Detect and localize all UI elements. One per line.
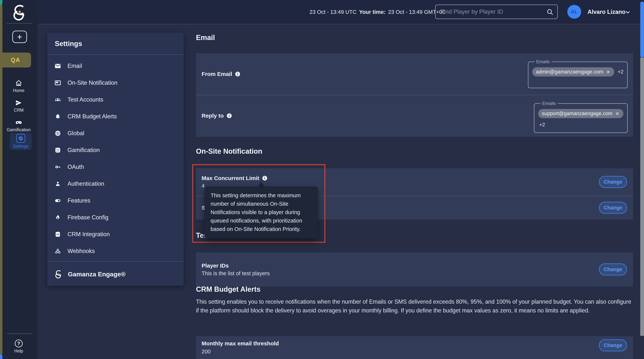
rail-item-label: Home xyxy=(13,88,24,93)
gamification-icon xyxy=(55,147,61,153)
from-email-row: From Email Emails admin@gamanzaengage.co… xyxy=(196,53,633,95)
nav-item-gamification[interactable]: Gamification xyxy=(47,142,184,158)
send-icon xyxy=(15,99,22,106)
global-icon xyxy=(55,130,61,136)
monthly-max-email-row: Monthly max email threshold 200 Change xyxy=(196,336,633,359)
info-icon[interactable] xyxy=(227,113,232,118)
rail-divider xyxy=(7,334,32,334)
email-chip[interactable]: admin@gamanzaengage.com xyxy=(532,67,614,76)
player-ids-row: Player IDs This is the list of test play… xyxy=(196,252,633,287)
player-search xyxy=(435,4,558,19)
env-accent-blue xyxy=(0,354,2,359)
remove-email-icon[interactable] xyxy=(615,111,620,116)
add-button[interactable]: + xyxy=(12,31,27,43)
brand-footer: Gamanza Engage® xyxy=(47,266,184,283)
fieldset-legend: Emails xyxy=(540,101,558,106)
avatar-initials: AL xyxy=(571,9,578,15)
nav-item-test-accounts[interactable]: Test Accounts xyxy=(47,91,184,108)
app-rail: + QA Home CRM Gamification Settings ? xyxy=(0,0,38,359)
chevron-down-icon[interactable] xyxy=(624,9,631,15)
nav-item-crm-budget-alerts[interactable]: CRM Budget Alerts xyxy=(47,108,184,125)
player-search-input[interactable] xyxy=(436,5,557,18)
setting-label: From Email xyxy=(202,71,232,77)
crm-budget-description: This setting enables you to receive noti… xyxy=(196,297,634,315)
firebase-config-icon xyxy=(55,214,61,220)
avatar[interactable]: AL xyxy=(567,5,581,19)
info-icon[interactable] xyxy=(235,72,240,77)
nav-item-webhooks[interactable]: Webhooks xyxy=(47,243,184,260)
more-emails-count[interactable]: +2 xyxy=(618,69,624,75)
nav-item-onsite-notification[interactable]: On-Site Notification xyxy=(47,74,184,91)
your-time-label: Your time: xyxy=(359,9,386,15)
test-accounts-card: Player IDs This is the list of test play… xyxy=(196,252,633,287)
setting-label: Reply to xyxy=(202,112,224,119)
home-icon xyxy=(15,80,22,87)
rail-item-gamification[interactable]: Gamification xyxy=(0,119,38,132)
gamanza-logo-icon xyxy=(54,269,64,279)
more-emails-count[interactable]: +2 xyxy=(539,122,624,128)
change-button[interactable]: Change xyxy=(599,176,627,188)
max-concurrent-limit-tooltip: This setting determines the maximum numb… xyxy=(204,186,318,238)
email-settings-card: From Email Emails admin@gamanzaengage.co… xyxy=(196,53,633,137)
user-name[interactable]: Alvaro Lizano xyxy=(588,0,626,24)
onsite-notification-icon xyxy=(55,80,61,86)
rail-item-settings[interactable]: Settings xyxy=(10,133,32,150)
nav-item-email[interactable]: Email xyxy=(47,58,184,74)
panel-divider xyxy=(47,54,184,55)
rail-item-home[interactable]: Home xyxy=(0,80,38,93)
settings-nav-list: Email On-Site Notification Test Accounts… xyxy=(47,58,184,260)
settings-page: 23 Oct - 13:49 UTC Your time: 23 Oct - 1… xyxy=(0,0,644,359)
change-button[interactable]: Change xyxy=(599,202,627,214)
setting-label: Player IDs xyxy=(202,262,633,269)
fieldset-legend: Emails xyxy=(534,59,552,64)
rail-item-label: CRM xyxy=(14,108,24,113)
scrollbar-thumb[interactable] xyxy=(640,2,644,58)
env-accent-teal xyxy=(0,0,2,5)
settings-nav-panel: Settings Email On-Site Notification Test… xyxy=(47,33,184,286)
nav-item-firebase-config[interactable]: Firebase Config xyxy=(47,209,184,226)
setting-label: Monthly max email threshold xyxy=(202,340,633,347)
nav-item-features[interactable]: Features xyxy=(47,192,184,209)
oauth-icon xyxy=(55,164,61,170)
nav-item-oauth[interactable]: OAuth xyxy=(47,158,184,176)
setting-value: 200 xyxy=(202,348,633,355)
brand-name: Gamanza Engage® xyxy=(68,270,126,278)
rail-item-crm[interactable]: CRM xyxy=(0,99,38,113)
nav-item-authentication[interactable]: Authentication xyxy=(47,176,184,192)
email-icon xyxy=(55,63,61,69)
nav-item-global[interactable]: Global xyxy=(47,125,184,142)
rail-item-label: Settings xyxy=(13,144,28,149)
panel-title: Settings xyxy=(55,40,82,48)
section-title-crm-budget: CRM Budget Alerts xyxy=(196,285,260,293)
rail-item-label: Help xyxy=(14,348,23,354)
info-icon[interactable] xyxy=(262,176,268,181)
section-title-onsite: On-Site Notification xyxy=(196,147,262,156)
webhooks-icon xyxy=(55,248,61,254)
tooltip-arrow xyxy=(258,181,264,187)
change-button[interactable]: Change xyxy=(599,339,627,351)
help-icon: ? xyxy=(15,340,23,348)
crm-budget-alerts-icon xyxy=(55,114,61,120)
scrollbar-track[interactable] xyxy=(640,58,644,336)
top-bar: 23 Oct - 13:49 UTC Your time: 23 Oct - 1… xyxy=(38,0,644,24)
test-accounts-icon xyxy=(55,97,61,103)
crm-integration-icon xyxy=(55,231,61,237)
reply-to-row: Reply to Emails support@gamanzaengage.co… xyxy=(196,95,633,136)
email-chip[interactable]: support@gamanzaengage.com xyxy=(538,109,624,118)
rail-divider xyxy=(7,23,32,24)
emails-fieldset: Emails admin@gamanzaengage.com +2 xyxy=(528,59,628,88)
search-icon[interactable] xyxy=(546,8,554,16)
environment-badge[interactable]: QA xyxy=(0,52,31,68)
utc-time: 23 Oct - 13:49 UTC xyxy=(310,9,356,15)
authentication-icon xyxy=(55,181,61,187)
time-display: 23 Oct - 13:49 UTC Your time: 23 Oct - 1… xyxy=(310,0,445,24)
change-button[interactable]: Change xyxy=(599,264,627,276)
remove-email-icon[interactable] xyxy=(606,70,610,74)
emails-fieldset: Emails support@gamanzaengage.com +2 xyxy=(534,101,628,133)
rail-item-help[interactable]: ? Help xyxy=(0,340,38,354)
rail-item-label: Gamification xyxy=(7,127,31,132)
nav-item-crm-integration[interactable]: CRM Integration xyxy=(47,226,184,243)
crm-budget-card: Monthly max email threshold 200 Change xyxy=(196,336,633,359)
gamanza-logo-icon xyxy=(11,3,29,22)
panel-divider xyxy=(47,261,184,262)
